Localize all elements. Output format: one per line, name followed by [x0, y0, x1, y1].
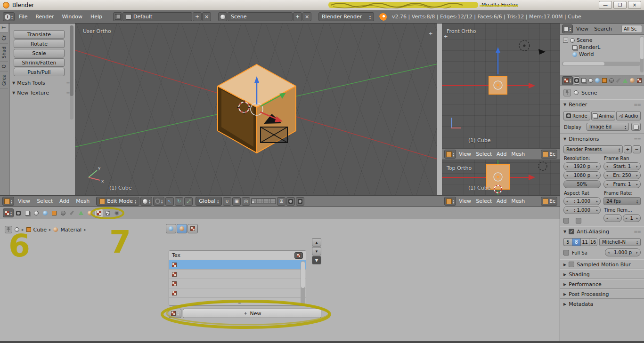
- frame-start-field[interactable]: ◂Start: 1▸: [603, 162, 641, 170]
- antialiasing-checkbox[interactable]: ✓: [569, 229, 574, 234]
- mesh-menu[interactable]: Mesh: [509, 197, 527, 205]
- tab-modifiers[interactable]: [68, 208, 76, 218]
- aa-samples-8[interactable]: 8: [572, 238, 580, 246]
- full-sample-checkbox[interactable]: [563, 250, 569, 255]
- panel-grip-icon[interactable]: ≡≡: [634, 229, 641, 234]
- view-menu[interactable]: View: [457, 197, 473, 205]
- scene-browse-button[interactable]: [218, 12, 227, 21]
- pin-id-button[interactable]: [563, 89, 571, 96]
- texture-list-filter-button[interactable]: [294, 252, 303, 259]
- dimensions-panel-header[interactable]: ▼ Dimensions ≡≡: [560, 134, 644, 144]
- ogl-render-still-button[interactable]: [286, 197, 295, 206]
- outliner-filter-dropdown[interactable]: All Sc: [621, 25, 642, 33]
- screen-layout-dropdown[interactable]: Default: [122, 12, 192, 21]
- shrink-fatten-button[interactable]: Shrink/Fatten: [14, 58, 65, 67]
- mesh-menu[interactable]: Mesh: [73, 197, 92, 205]
- rotate-button[interactable]: Rotate: [14, 40, 65, 48]
- manipulator-scale-button[interactable]: ⤢: [184, 197, 193, 206]
- tab-world[interactable]: [595, 76, 601, 85]
- crop-checkbox[interactable]: [576, 218, 581, 223]
- ogl-render-anim-button[interactable]: [296, 197, 304, 206]
- add-menu[interactable]: Add: [495, 197, 508, 205]
- resolution-percentage-field[interactable]: 50%: [563, 180, 601, 188]
- texture-slot[interactable]: [169, 279, 306, 288]
- tab-material[interactable]: [86, 208, 94, 218]
- region-plus-icon[interactable]: +: [428, 31, 433, 37]
- border-checkbox[interactable]: [563, 218, 569, 223]
- minimize-button[interactable]: —: [599, 1, 612, 9]
- pin-id-button[interactable]: [5, 226, 12, 233]
- add-menu[interactable]: Add: [57, 197, 72, 205]
- delete-layout-button[interactable]: ×: [202, 12, 211, 21]
- tab-constraints[interactable]: [609, 76, 615, 85]
- tab-object-data[interactable]: [622, 76, 628, 85]
- resolution-y-field[interactable]: ◂1080 p▸: [563, 171, 601, 179]
- close-button[interactable]: ×: [628, 1, 641, 9]
- transform-orientation-dropdown[interactable]: Global: [196, 197, 222, 206]
- texture-list-scrollbar[interactable]: [301, 261, 305, 305]
- texture-slot-selected[interactable]: [169, 260, 306, 270]
- panel-grip-icon[interactable]: ≡≡: [634, 102, 641, 107]
- render-still-button[interactable]: Rende: [563, 111, 590, 120]
- viewport-shading-dropdown[interactable]: [140, 197, 152, 206]
- add-preset-button[interactable]: +: [624, 145, 632, 153]
- editor-type-button[interactable]: [444, 197, 456, 206]
- layers-widget[interactable]: [251, 198, 276, 204]
- proportional-edit-dropdown[interactable]: ◎: [242, 197, 250, 206]
- translate-button[interactable]: Translate: [14, 30, 65, 39]
- breadcrumb-material[interactable]: Material: [60, 227, 82, 233]
- menu-render[interactable]: Render: [32, 13, 57, 21]
- tab-scene[interactable]: [32, 208, 41, 218]
- tab-world[interactable]: [41, 208, 49, 218]
- add-menu[interactable]: Add: [495, 150, 508, 158]
- texture-slot[interactable]: [169, 270, 306, 279]
- panel-grip-icon[interactable]: ≡≡: [634, 136, 641, 142]
- delete-scene-button[interactable]: ×: [302, 12, 311, 21]
- performance-panel-header[interactable]: ▶ Performance: [560, 279, 644, 289]
- mode-dropdown[interactable]: Ec: [541, 150, 557, 159]
- editor-type-button[interactable]: i: [3, 12, 15, 21]
- outliner-row-world[interactable]: World: [561, 51, 643, 58]
- render-engine-dropdown[interactable]: Blender Render: [318, 12, 374, 21]
- menu-help[interactable]: Help: [87, 13, 106, 21]
- tab-object[interactable]: [50, 208, 58, 218]
- display-mode-dropdown[interactable]: Image Ed: [587, 123, 629, 131]
- slot-specials-menu-button[interactable]: ▼: [312, 256, 321, 264]
- mesh-menu[interactable]: Mesh: [509, 150, 527, 158]
- push-pull-button[interactable]: Push/Pull: [14, 68, 65, 76]
- editor-type-button[interactable]: [562, 24, 573, 33]
- tab-object[interactable]: [602, 76, 608, 85]
- frame-step-field[interactable]: ◂Fram: 1▸: [603, 180, 641, 188]
- snap-element-dropdown[interactable]: ▣: [232, 197, 241, 206]
- main-3d-viewport[interactable]: x y User Ortho (1) Cube +: [75, 24, 437, 195]
- antialiasing-panel-header[interactable]: ▼ ✓ Anti-Aliasing ≡≡: [560, 226, 644, 236]
- aa-samples-16[interactable]: 16: [589, 238, 597, 246]
- aa-samples-5[interactable]: 5: [563, 238, 572, 246]
- tab-texture[interactable]: [95, 208, 103, 218]
- texture-slot[interactable]: [169, 288, 306, 298]
- outliner-hscrollbar[interactable]: [562, 62, 640, 66]
- mode-dropdown[interactable]: Ec: [541, 197, 557, 206]
- tab-physics[interactable]: [113, 208, 121, 218]
- shelf-tab-grease[interactable]: Grea: [0, 72, 8, 89]
- remap-old-field[interactable]: ◂▸: [603, 214, 622, 222]
- aa-samples-11[interactable]: 11: [580, 238, 589, 246]
- remap-new-field[interactable]: ◂1▸: [623, 214, 641, 222]
- shading-panel-header[interactable]: ▶ Shading: [560, 269, 644, 279]
- menu-window[interactable]: Window: [58, 13, 86, 21]
- sampled-motion-blur-panel-header[interactable]: ▶ Sampled Motion Blur: [560, 259, 644, 269]
- render-animation-button[interactable]: Anima: [591, 111, 616, 120]
- tab-render-layers[interactable]: [581, 76, 587, 85]
- editor-type-button[interactable]: [444, 150, 456, 159]
- fps-dropdown[interactable]: 24 fps: [603, 197, 641, 205]
- tab-render-layers[interactable]: [23, 208, 32, 218]
- shelf-tab-options[interactable]: O: [0, 62, 8, 72]
- filter-size-field[interactable]: ◂1.000 p▸: [605, 248, 641, 256]
- list-resize-grip[interactable]: ≡: [238, 302, 245, 305]
- editor-type-button[interactable]: [562, 76, 573, 85]
- tab-modifiers[interactable]: [615, 76, 621, 85]
- manipulator-rotate-button[interactable]: ↻: [175, 197, 183, 206]
- display-lock-button[interactable]: [631, 123, 641, 131]
- slot-move-up-button[interactable]: ▴: [312, 238, 321, 247]
- tab-texture[interactable]: [636, 76, 642, 85]
